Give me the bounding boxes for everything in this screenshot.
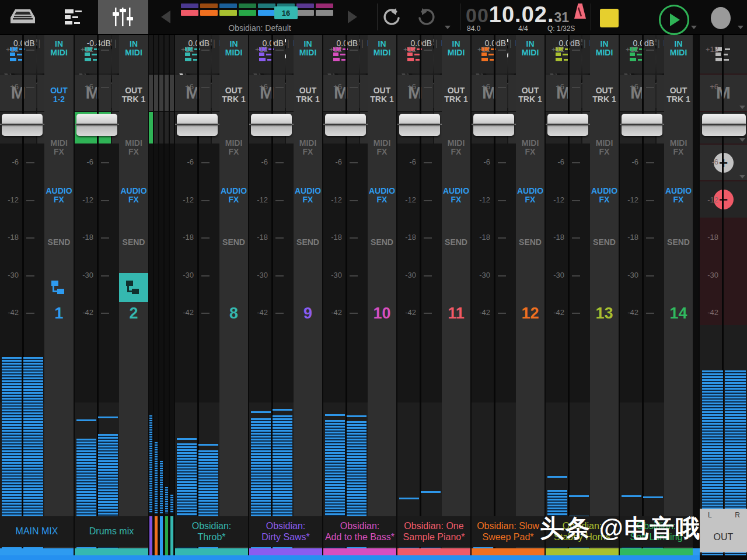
master-mute-triangle[interactable] <box>739 106 745 109</box>
collapsed-track-strip[interactable] <box>159 35 163 555</box>
send-label[interactable]: SEND <box>44 238 74 247</box>
send-label[interactable]: SEND <box>664 238 693 247</box>
mute-button[interactable]: M <box>397 75 433 111</box>
channel-name[interactable]: MAIN MIX <box>0 516 74 547</box>
undo-menu-triangle[interactable] <box>445 26 451 29</box>
collapsed-track-strip[interactable] <box>149 35 153 555</box>
input-routing-label[interactable]: INMIDI <box>664 40 693 58</box>
audio-fx-label[interactable]: AUDIOFX <box>119 187 148 205</box>
mute-button[interactable]: M <box>75 75 111 111</box>
channel-name[interactable]: Obsidian: SlowSweep Pad* <box>472 516 544 547</box>
channel-name[interactable]: Drums mix <box>75 516 148 547</box>
next-patch-arrow[interactable] <box>348 10 357 23</box>
input-routing-label[interactable]: INMIDI <box>516 40 544 58</box>
midi-fx-label[interactable]: MIDIFX <box>119 139 148 157</box>
volume-fader-cap[interactable] <box>325 114 366 136</box>
track-pad-top[interactable] <box>296 4 314 8</box>
routing-button[interactable] <box>119 273 148 302</box>
play-menu-triangle[interactable] <box>691 26 697 29</box>
stop-button[interactable] <box>600 9 619 27</box>
horizontal-scrollbar[interactable] <box>0 555 700 560</box>
track-pad-bottom[interactable] <box>296 10 314 16</box>
input-routing-label[interactable]: INMIDI <box>368 40 396 58</box>
send-label[interactable]: SEND <box>119 238 148 247</box>
track-pad-top[interactable] <box>200 4 218 8</box>
track-pad-bottom[interactable] <box>200 10 218 16</box>
track-pad-top[interactable] <box>316 4 333 8</box>
routing-button[interactable] <box>44 273 74 302</box>
midi-fx-label[interactable]: MIDIFX <box>664 139 693 157</box>
send-label[interactable]: SEND <box>442 238 470 247</box>
record-button[interactable] <box>711 7 731 29</box>
output-routing-label[interactable]: OUTTRK 1 <box>219 86 248 104</box>
track-pad-top[interactable] <box>181 4 198 8</box>
send-label[interactable]: SEND <box>516 238 544 247</box>
selected-track-pad[interactable]: 16 <box>274 6 298 19</box>
quantize-value[interactable]: Q: 1/32S <box>547 24 575 33</box>
volume-fader-cap[interactable] <box>76 114 117 136</box>
tempo-value[interactable]: 84.0 <box>467 24 480 33</box>
play-button[interactable] <box>659 5 689 35</box>
track-pad-top[interactable] <box>239 4 256 8</box>
output-routing-label[interactable]: OUTTRK 1 <box>442 86 470 104</box>
audio-fx-label[interactable]: AUDIOFX <box>44 187 74 205</box>
track-pad-bottom[interactable] <box>239 10 256 16</box>
audio-fx-label[interactable]: AUDIOFX <box>664 187 693 205</box>
input-routing-label[interactable]: INMIDI <box>219 40 248 58</box>
mute-button[interactable]: M <box>620 75 655 111</box>
track-pad-bottom[interactable] <box>258 10 275 16</box>
track-pad-top[interactable] <box>258 4 275 8</box>
tracks-view-button[interactable] <box>54 0 95 34</box>
midi-fx-label[interactable]: MIDIFX <box>368 139 396 157</box>
add-track-triangle[interactable] <box>739 175 745 178</box>
time-display[interactable]: 0010.02.31 <box>466 2 569 27</box>
channel-name[interactable]: Obsidian:Dirty Saws* <box>249 516 322 547</box>
redo-button[interactable] <box>416 7 438 32</box>
output-routing-label[interactable]: OUTTRK 1 <box>119 86 148 104</box>
track-pad-bottom[interactable] <box>219 10 237 16</box>
input-routing-label[interactable]: INMIDI <box>590 40 619 58</box>
collapsed-track-strip[interactable] <box>170 35 174 555</box>
output-routing-label[interactable]: OUTTRK 1 <box>590 86 619 104</box>
mute-button[interactable]: M <box>323 75 359 111</box>
output-routing-label[interactable]: OUTTRK 1 <box>368 86 396 104</box>
master-automation-triangle[interactable] <box>739 138 745 142</box>
audio-fx-label[interactable]: AUDIOFX <box>516 187 544 205</box>
audio-fx-label[interactable]: AUDIOFX <box>590 187 619 205</box>
output-routing-label[interactable]: OUT1-2 <box>44 86 74 104</box>
input-routing-label[interactable]: INMIDI <box>44 40 74 58</box>
mixer-view-button[interactable] <box>98 0 148 34</box>
mute-button[interactable]: M <box>249 75 285 111</box>
volume-fader-cap[interactable] <box>399 114 440 136</box>
mute-button[interactable]: M <box>546 75 581 111</box>
record-menu-triangle[interactable] <box>738 26 743 29</box>
send-label[interactable]: SEND <box>219 238 248 247</box>
track-pad-bottom[interactable] <box>316 10 333 16</box>
time-signature[interactable]: 4/4 <box>518 24 528 33</box>
master-fader-cap[interactable] <box>702 114 746 136</box>
mute-button[interactable]: M <box>0 75 36 111</box>
send-label[interactable]: SEND <box>368 238 396 247</box>
midi-fx-label[interactable]: MIDIFX <box>590 139 619 157</box>
send-label[interactable]: SEND <box>294 238 322 247</box>
midi-fx-label[interactable]: MIDIFX <box>442 139 470 157</box>
volume-fader-cap[interactable] <box>547 114 588 136</box>
track-pad-top[interactable] <box>219 4 237 8</box>
metronome-button[interactable] <box>572 4 588 23</box>
patch-name-label[interactable]: Obsidian: Default <box>175 23 344 33</box>
volume-fader-cap[interactable] <box>622 114 662 136</box>
master-out-panel[interactable]: LROUT <box>700 509 747 552</box>
prev-patch-arrow[interactable] <box>161 10 170 23</box>
midi-fx-label[interactable]: MIDIFX <box>44 139 74 157</box>
audio-fx-label[interactable]: AUDIOFX <box>368 187 396 205</box>
channel-name[interactable]: Obsidian: OneSample Piano* <box>397 516 470 547</box>
input-routing-label[interactable]: INMIDI <box>294 40 322 58</box>
collapsed-track-strip[interactable] <box>165 35 169 555</box>
mute-button[interactable]: M <box>175 75 211 111</box>
mute-button[interactable]: M <box>472 75 507 111</box>
output-routing-label[interactable]: OUTTRK 1 <box>294 86 322 104</box>
audio-fx-label[interactable]: AUDIOFX <box>294 187 322 205</box>
volume-fader-cap[interactable] <box>473 114 514 136</box>
output-routing-label[interactable]: OUTTRK 1 <box>516 86 544 104</box>
send-label[interactable]: SEND <box>590 238 619 247</box>
